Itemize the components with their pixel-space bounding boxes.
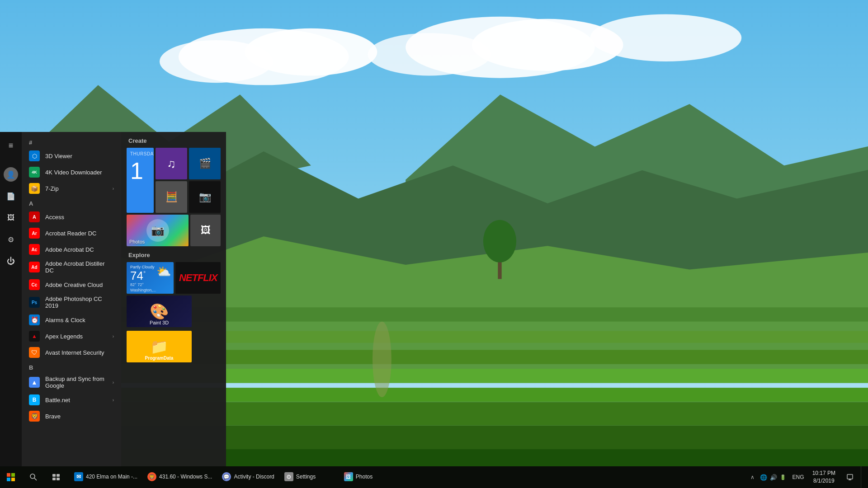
section-b: B [22, 361, 121, 373]
brave-label: Brave [45, 413, 61, 420]
taskbar-brave[interactable]: 🦁 431.60 - Windows S... [143, 467, 217, 487]
app-item-battle[interactable]: B Battle.net › [22, 392, 121, 408]
camera-icon: 📷 [199, 191, 211, 203]
app-item-avast[interactable]: 🛡 Avast Internet Security [22, 344, 121, 361]
app-item-alarms[interactable]: ⏰ Alarms & Clock [22, 312, 121, 328]
start-button[interactable] [0, 466, 22, 488]
programdata-label: ProgramData [127, 356, 192, 361]
photos-label: Photos [129, 239, 145, 244]
app-item-3d-viewer[interactable]: ⬡ 3D Viewer [22, 148, 121, 164]
taskbar-outlook[interactable]: ✉ 420 Elma on Main -... [70, 467, 142, 487]
brave-tb-icon: 🦁 [147, 472, 156, 481]
apex-icon: ▲ [29, 331, 40, 342]
volume-icon[interactable]: 🔊 [770, 474, 777, 481]
power-button[interactable]: ⏻ [0, 251, 22, 271]
svg-rect-23 [7, 473, 10, 477]
programdata-tile[interactable]: 📁 ProgramData [127, 331, 192, 362]
calendar-tile[interactable]: Thursday 1 [127, 148, 154, 213]
user-profile-button[interactable]: 👤 [0, 164, 22, 184]
tiles-create-right: ♫ 🎬 🧮 📷 [156, 148, 221, 213]
app-item-4k-video[interactable]: 4K 4K Video Downloader [22, 164, 121, 180]
paint3d-tile[interactable]: 🎨 Paint 3D [127, 296, 192, 327]
app-item-apex[interactable]: ▲ Apex Legends › [22, 328, 121, 344]
app-list: # ⬡ 3D Viewer 4K 4K Video Downloader 📦 7… [22, 132, 121, 466]
task-view-button[interactable] [45, 466, 67, 488]
avast-label: Avast Internet Security [45, 349, 104, 356]
adobe-distiller-label: Adobe Acrobat Distiller DC [45, 260, 114, 274]
documents-button[interactable]: 📄 [0, 186, 22, 206]
taskbar-clock[interactable]: 10:17 PM 8/1/2019 [809, 469, 839, 485]
taskbar-settings[interactable]: ⚙ Settings [280, 467, 339, 487]
app-item-adobe-cc[interactable]: Cc Adobe Creative Cloud [22, 277, 121, 293]
app-item-7zip[interactable]: 📦 7-Zip › [22, 180, 121, 197]
app-item-adobe-distiller[interactable]: Ad Adobe Acrobat Distiller DC [22, 258, 121, 277]
svg-rect-29 [52, 474, 56, 477]
netflix-tile[interactable]: NETFLIX [175, 262, 221, 294]
4k-video-label: 4K Video Downloader [45, 169, 102, 176]
battle-icon: B [29, 394, 40, 405]
weather-condition: Partly Cloudy [130, 265, 155, 269]
acrobat-reader-label: Acrobat Reader DC [45, 230, 96, 237]
weather-tile[interactable]: Partly Cloudy 74° 82° 72° Washington,...… [127, 262, 174, 294]
battle-label: Battle.net [45, 397, 70, 404]
svg-rect-25 [7, 478, 10, 481]
search-icon [30, 474, 37, 481]
explore-label: Explore [127, 252, 221, 258]
app-item-adobe-ps[interactable]: Ps Adobe Photoshop CC 2019 [22, 293, 121, 312]
weather-degree: ° [143, 270, 146, 277]
app-item-backup[interactable]: ▲ Backup and Sync from Google › [22, 373, 121, 392]
groove-tile[interactable]: ♫ [156, 148, 187, 179]
language-indicator[interactable]: ENG [790, 474, 807, 480]
app-item-brave[interactable]: 🦁 Brave [22, 408, 121, 424]
taskbar-settings-label: Settings [296, 474, 316, 480]
tiles-create-bottom-row: 🧮 📷 [156, 181, 221, 213]
app-item-acrobat-reader[interactable]: Ar Acrobat Reader DC [22, 225, 121, 241]
alarms-label: Alarms & Clock [45, 317, 85, 324]
svg-point-21 [483, 220, 516, 263]
netflix-label: NETFLIX [179, 272, 217, 284]
7zip-icon: 📦 [29, 183, 40, 194]
app-item-adobe-acrobat[interactable]: Ac Adobe Acrobat DC [22, 241, 121, 258]
show-desktop-button[interactable] [861, 466, 864, 488]
task-view-icon [52, 474, 60, 480]
hamburger-button[interactable]: ≡ [0, 136, 22, 155]
taskbar-photos[interactable]: 🖼 Photos [340, 467, 398, 487]
search-button[interactable] [23, 466, 44, 488]
access-label: Access [45, 214, 64, 221]
clock-time: 10:17 PM [812, 469, 835, 477]
taskbar-photos-label: Photos [356, 474, 373, 480]
svg-point-6 [368, 33, 491, 75]
notification-icon [847, 474, 853, 480]
adobe-ps-label: Adobe Photoshop CC 2019 [45, 296, 114, 309]
adobe-cc-icon: Cc [29, 279, 40, 290]
avast-icon: 🛡 [29, 347, 40, 358]
photos-tile[interactable]: 📷 Photos [127, 215, 189, 246]
folder-icon: 📁 [150, 338, 168, 355]
pictures-button[interactable]: 🖼 [0, 208, 22, 228]
weather-cloud-icon: ⛅ [156, 265, 171, 279]
section-a: A [22, 197, 121, 209]
photos-small-tile[interactable]: 🖼 [190, 215, 221, 246]
battery-icon[interactable]: 🔋 [780, 474, 786, 480]
svg-rect-31 [52, 478, 56, 480]
weather-location: Washington,... [130, 288, 156, 292]
svg-rect-32 [57, 478, 60, 480]
taskbar-discord[interactable]: 💬 Activity - Discord [217, 467, 278, 487]
svg-rect-33 [847, 474, 853, 479]
clock-date: 8/1/2019 [813, 477, 835, 485]
settings-button[interactable]: ⚙ [0, 230, 22, 249]
3d-viewer-label: 3D Viewer [45, 153, 72, 160]
calculator-tile[interactable]: 🧮 [156, 181, 187, 213]
tiles-area: Create Thursday 1 ♫ 🎬 [121, 132, 226, 466]
photos-small-icon: 🖼 [201, 225, 211, 236]
app-item-access[interactable]: A Access [22, 209, 121, 225]
movies-tile[interactable]: 🎬 [189, 148, 221, 179]
alarms-icon: ⏰ [29, 314, 40, 325]
systray-overflow-button[interactable]: ∧ [749, 474, 756, 480]
create-label: Create [127, 137, 221, 144]
camera-tile[interactable]: 📷 [189, 181, 221, 213]
explore-bottom-row: 🎨 Paint 3D [127, 296, 221, 327]
network-icon[interactable]: 🌐 [760, 474, 767, 481]
user-avatar: 👤 [4, 167, 18, 182]
notification-button[interactable] [841, 466, 859, 488]
